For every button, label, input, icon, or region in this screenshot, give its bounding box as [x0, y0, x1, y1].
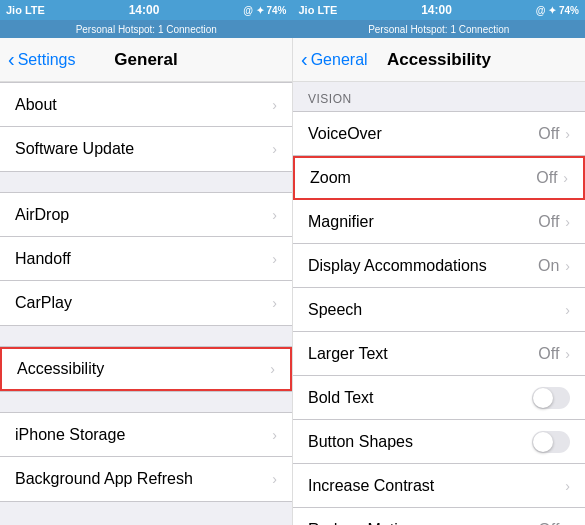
- item-right-display-accommodations: On›: [538, 257, 570, 275]
- item-value-voiceover: Off: [538, 125, 559, 143]
- chevron-icon-software-update: ›: [272, 141, 277, 157]
- list-item-zoom[interactable]: ZoomOff›: [293, 156, 585, 200]
- back-button-left[interactable]: ‹ Settings: [8, 51, 75, 69]
- item-right-about: ›: [272, 97, 277, 113]
- item-label-airdrop: AirDrop: [15, 206, 69, 224]
- list-item-airdrop[interactable]: AirDrop›: [0, 193, 292, 237]
- item-label-speech: Speech: [308, 301, 362, 319]
- item-label-increase-contrast: Increase Contrast: [308, 477, 434, 495]
- list-group-vision: VoiceOverOff›ZoomOff›MagnifierOff›Displa…: [293, 111, 585, 525]
- item-right-background-refresh: ›: [272, 471, 277, 487]
- left-panel: About›Software Update›AirDrop›Handoff›Ca…: [0, 82, 293, 525]
- item-label-display-accommodations: Display Accommodations: [308, 257, 487, 275]
- section-header-vision: VISION: [293, 82, 585, 111]
- chevron-icon-handoff: ›: [272, 251, 277, 267]
- nav-right: ‹ General Accessibility: [293, 38, 585, 81]
- item-right-speech: ›: [565, 302, 570, 318]
- chevron-icon-iphone-storage: ›: [272, 427, 277, 443]
- item-right-handoff: ›: [272, 251, 277, 267]
- carrier-right: Jio LTE: [299, 4, 338, 16]
- item-label-carplay: CarPlay: [15, 294, 72, 312]
- back-label-right: General: [311, 51, 368, 69]
- item-right-increase-contrast: ›: [565, 478, 570, 494]
- nav-title-left: General: [114, 50, 177, 70]
- item-label-iphone-storage: iPhone Storage: [15, 426, 125, 444]
- list-item-bold-text[interactable]: Bold Text: [293, 376, 585, 420]
- toggle-bold-text[interactable]: [532, 387, 570, 409]
- chevron-icon-increase-contrast: ›: [565, 478, 570, 494]
- item-label-about: About: [15, 96, 57, 114]
- section-vision: VISIONVoiceOverOff›ZoomOff›MagnifierOff›…: [293, 82, 585, 525]
- time-left: 14:00: [129, 3, 160, 17]
- item-right-software-update: ›: [272, 141, 277, 157]
- list-item-handoff[interactable]: Handoff›: [0, 237, 292, 281]
- list-item-display-accommodations[interactable]: Display AccommodationsOn›: [293, 244, 585, 288]
- list-item-iphone-storage[interactable]: iPhone Storage›: [0, 413, 292, 457]
- hotspot-right: Personal Hotspot: 1 Connection: [293, 20, 586, 38]
- chevron-icon-background-refresh: ›: [272, 471, 277, 487]
- list-item-larger-text[interactable]: Larger TextOff›: [293, 332, 585, 376]
- chevron-icon-about: ›: [272, 97, 277, 113]
- list-item-magnifier[interactable]: MagnifierOff›: [293, 200, 585, 244]
- list-item-software-update[interactable]: Software Update›: [0, 127, 292, 171]
- list-item-button-shapes[interactable]: Button Shapes: [293, 420, 585, 464]
- list-group-group1: About›Software Update›: [0, 82, 292, 172]
- back-arrow-left: ‹: [8, 49, 15, 69]
- item-value-magnifier: Off: [538, 213, 559, 231]
- status-bar-left: Jio LTE 14:00 @ ✦ 74%: [0, 0, 293, 20]
- item-label-bold-text: Bold Text: [308, 389, 374, 407]
- item-right-iphone-storage: ›: [272, 427, 277, 443]
- list-item-increase-contrast[interactable]: Increase Contrast›: [293, 464, 585, 508]
- list-group-group4: iPhone Storage›Background App Refresh›: [0, 412, 292, 502]
- chevron-icon-airdrop: ›: [272, 207, 277, 223]
- toggle-button-shapes[interactable]: [532, 431, 570, 453]
- icons-left: @ ✦ 74%: [243, 5, 286, 16]
- status-bar: Jio LTE 14:00 @ ✦ 74% Jio LTE 14:00 @ ✦ …: [0, 0, 585, 20]
- chevron-icon-display-accommodations: ›: [565, 258, 570, 274]
- item-label-reduce-motion: Reduce Motion: [308, 521, 416, 525]
- chevron-icon-zoom: ›: [563, 170, 568, 186]
- hotspot-left: Personal Hotspot: 1 Connection: [0, 20, 293, 38]
- item-label-software-update: Software Update: [15, 140, 134, 158]
- list-item-accessibility[interactable]: Accessibility›: [0, 347, 292, 391]
- item-label-handoff: Handoff: [15, 250, 71, 268]
- list-item-carplay[interactable]: CarPlay›: [0, 281, 292, 325]
- list-group-group2: AirDrop›Handoff›CarPlay›: [0, 192, 292, 326]
- item-label-magnifier: Magnifier: [308, 213, 374, 231]
- item-value-display-accommodations: On: [538, 257, 559, 275]
- list-item-speech[interactable]: Speech›: [293, 288, 585, 332]
- list-item-reduce-motion[interactable]: Reduce MotionOff›: [293, 508, 585, 525]
- item-value-larger-text: Off: [538, 345, 559, 363]
- item-right-button-shapes: [532, 431, 570, 453]
- chevron-icon-speech: ›: [565, 302, 570, 318]
- back-button-right[interactable]: ‹ General: [301, 51, 368, 69]
- item-label-button-shapes: Button Shapes: [308, 433, 413, 451]
- list-group-group3: Accessibility›: [0, 346, 292, 392]
- hotspot-bar: Personal Hotspot: 1 Connection Personal …: [0, 20, 585, 38]
- item-label-larger-text: Larger Text: [308, 345, 388, 363]
- item-label-accessibility: Accessibility: [17, 360, 104, 378]
- item-label-zoom: Zoom: [310, 169, 351, 187]
- status-bar-right: Jio LTE 14:00 @ ✦ 74%: [293, 0, 586, 20]
- back-arrow-right: ‹: [301, 49, 308, 69]
- item-right-reduce-motion: Off›: [538, 521, 570, 525]
- main-content: About›Software Update›AirDrop›Handoff›Ca…: [0, 82, 585, 525]
- list-item-voiceover[interactable]: VoiceOverOff›: [293, 112, 585, 156]
- item-label-voiceover: VoiceOver: [308, 125, 382, 143]
- chevron-icon-carplay: ›: [272, 295, 277, 311]
- item-value-reduce-motion: Off: [538, 521, 559, 525]
- item-right-airdrop: ›: [272, 207, 277, 223]
- list-item-about[interactable]: About›: [0, 83, 292, 127]
- right-panel: VISIONVoiceOverOff›ZoomOff›MagnifierOff›…: [293, 82, 585, 525]
- list-item-background-refresh[interactable]: Background App Refresh›: [0, 457, 292, 501]
- carrier-left: Jio LTE: [6, 4, 45, 16]
- item-value-zoom: Off: [536, 169, 557, 187]
- back-label-left: Settings: [18, 51, 76, 69]
- item-right-zoom: Off›: [536, 169, 568, 187]
- chevron-icon-accessibility: ›: [270, 361, 275, 377]
- item-right-accessibility: ›: [270, 361, 275, 377]
- time-right: 14:00: [421, 3, 452, 17]
- item-right-larger-text: Off›: [538, 345, 570, 363]
- item-right-voiceover: Off›: [538, 125, 570, 143]
- item-right-bold-text: [532, 387, 570, 409]
